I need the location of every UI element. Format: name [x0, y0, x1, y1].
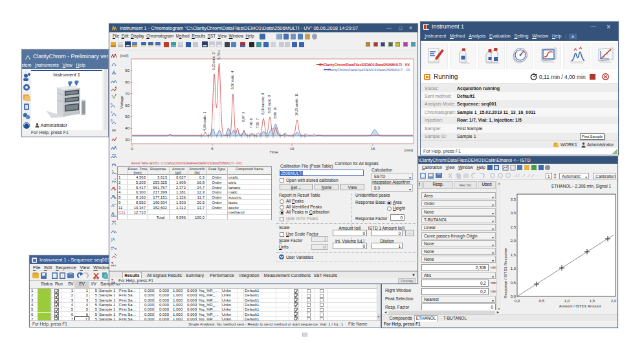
svg-text:0,5: 0,5: [539, 299, 545, 303]
svg-text:7,46 6: 7,46 6: [249, 118, 253, 128]
svg-text:10: 10: [290, 147, 294, 151]
svg-text:Voltage: Voltage: [120, 95, 124, 109]
svg-text:50: 50: [125, 115, 129, 118]
svg-text:8,16 succinc 8: 8,16 succinc 8: [261, 93, 265, 115]
svg-text:[min]: [min]: [405, 148, 413, 152]
svg-text:10,25 acetic 11: 10,25 acetic 11: [294, 93, 298, 116]
svg-text:2,0: 2,0: [511, 239, 516, 243]
svg-text:FFT: FFT: [111, 264, 117, 267]
svg-text:7,85 7: 7,85 7: [256, 118, 260, 128]
svg-text:Λ: Λ: [111, 203, 115, 208]
svg-text:[mV]: [mV]: [120, 54, 129, 58]
svg-text:5: 5: [211, 147, 214, 151]
svg-text:3,0: 3,0: [511, 211, 516, 215]
svg-text:4,56 oxalic 1: 4,56 oxalic 1: [203, 111, 206, 131]
svg-text:40: 40: [125, 126, 129, 130]
svg-text:0,5: 0,5: [511, 281, 516, 285]
svg-text:C:\ClarityChrom\DataFiles\DEMO: C:\ClarityChrom\DataFiles\DEMO1\Data\250…: [319, 63, 410, 67]
svg-text:60: 60: [125, 104, 129, 107]
svg-text:Λ: Λ: [111, 212, 115, 216]
svg-text:6: 6: [111, 118, 113, 122]
svg-text:0: 0: [131, 147, 133, 151]
svg-text:5,74 tartaric 3: 5,74 tartaric 3: [217, 50, 221, 60]
svg-text:6,30 malic 4: 6,30 malic 4: [230, 71, 234, 89]
svg-text:3,5: 3,5: [511, 197, 516, 201]
svg-text:2,0: 2,0: [611, 299, 617, 303]
svg-text:Amount / ISTD1 Amount: Amount / ISTD1 Amount: [559, 304, 601, 308]
svg-text:5,20 citric 2: 5,20 citric 2: [212, 52, 216, 70]
svg-text:0,0: 0,0: [511, 294, 516, 298]
svg-text:∫A: ∫A: [111, 238, 115, 242]
svg-text:1,0: 1,0: [564, 299, 570, 303]
svg-text:6,97 5: 6,97 5: [241, 111, 245, 122]
svg-text:MA: MA: [111, 281, 115, 284]
svg-text:s: s: [111, 110, 113, 114]
svg-text:70: 70: [125, 92, 129, 96]
svg-text:s: s: [111, 102, 113, 105]
svg-text:15: 15: [371, 147, 375, 151]
svg-text:90: 90: [125, 69, 129, 72]
svg-text:Time: Time: [269, 150, 278, 154]
svg-text:1,5: 1,5: [511, 253, 516, 257]
svg-text:8,55 lactic 9: 8,55 lactic 9: [267, 95, 271, 113]
svg-text:30: 30: [125, 138, 129, 142]
svg-text:2,5: 2,5: [511, 225, 516, 229]
svg-text:80: 80: [125, 80, 129, 84]
svg-text:1,0: 1,0: [511, 267, 516, 271]
svg-text:C:\ClarityChrom\DataFiles\DEMO: C:\ClarityChrom\DataFiles\DEMO1\Data\250…: [324, 68, 410, 72]
svg-text:Response / ISTD1 Response: Response / ISTD1 Response: [504, 247, 507, 298]
svg-text:0,0: 0,0: [515, 299, 520, 303]
svg-text:8,98 10: 8,98 10: [273, 107, 277, 118]
svg-text:1,5: 1,5: [590, 299, 595, 303]
